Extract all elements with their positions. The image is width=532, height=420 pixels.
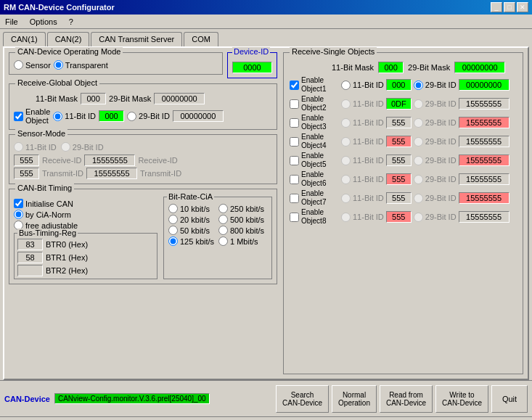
rate-10-radio[interactable]	[168, 204, 178, 213]
obj3-bit29-input[interactable]	[459, 117, 510, 128]
rate-50-radio[interactable]	[168, 226, 178, 235]
sensor-radio[interactable]	[14, 60, 23, 70]
sm-bit11-radio[interactable]	[14, 142, 23, 152]
obj6-bit11-input[interactable]	[386, 173, 412, 185]
obj8-bit11-input[interactable]	[386, 211, 412, 223]
rg-bit11-radio[interactable]	[53, 112, 62, 121]
obj7-bit11-input[interactable]	[386, 192, 412, 204]
obj7-bit29-input[interactable]	[459, 192, 510, 204]
device-id-input[interactable]: 0000	[232, 62, 272, 73]
obj8-bit29-input[interactable]	[459, 211, 510, 223]
init-can-checkbox-label[interactable]: Initialise CAN	[14, 199, 73, 208]
normal-op-btn[interactable]: NormalOperation	[332, 385, 377, 413]
tab-com[interactable]: COM	[184, 32, 218, 46]
btr2-input[interactable]	[17, 265, 43, 276]
rate-125-label[interactable]: 125 kbit/s	[168, 236, 217, 246]
obj2-bit11-input[interactable]	[386, 98, 412, 110]
obj4-bit11-input[interactable]	[386, 136, 412, 147]
rate-125-radio[interactable]	[168, 236, 178, 246]
sm-bit11-radio-label[interactable]: 11-Bit ID	[14, 142, 57, 152]
obj1-bit29-radio[interactable]	[414, 81, 423, 90]
rg-bit11-id-label: 11-Bit ID	[65, 112, 96, 120]
rate-1m-radio[interactable]	[218, 236, 228, 246]
btr0-input[interactable]	[17, 239, 43, 250]
rate-250-radio[interactable]	[218, 204, 228, 213]
rate-500-label[interactable]: 500 kbit/s	[218, 215, 267, 224]
rso-bit29-mask-input[interactable]	[454, 62, 505, 73]
cia-norm-radio[interactable]	[14, 210, 23, 219]
obj2-bit29-radio[interactable]	[414, 99, 423, 109]
rg-bit11-radio-label[interactable]: 11-Bit ID	[53, 112, 96, 121]
sensor-radio-label[interactable]: Sensor	[14, 60, 51, 70]
obj3-enable-checkbox[interactable]	[290, 118, 299, 128]
rg-bit11-id-input[interactable]	[99, 110, 124, 122]
menu-options[interactable]: Options	[28, 17, 60, 27]
tab-can-transmit[interactable]: CAN Transmit Server	[91, 32, 182, 46]
obj5-bit29-radio[interactable]	[414, 156, 423, 165]
tab-can1[interactable]: CAN(1)	[3, 32, 46, 46]
obj6-bit29-radio[interactable]	[414, 175, 423, 184]
obj2-bit11-radio[interactable]	[341, 99, 351, 109]
transparent-radio-label[interactable]: Transparent	[54, 60, 108, 70]
obj5-bit11-input[interactable]	[386, 155, 412, 166]
rate-50-label[interactable]: 50 kbit/s	[168, 226, 217, 235]
search-btn[interactable]: SearchCAN-Device	[276, 385, 329, 413]
obj8-enable-checkbox[interactable]	[290, 213, 299, 222]
obj7-bit29-radio[interactable]	[414, 194, 423, 203]
read-btn[interactable]: Read fromCAN-Device	[380, 385, 433, 413]
obj4-enable-checkbox[interactable]	[290, 137, 299, 147]
rate-20-radio[interactable]	[168, 215, 178, 224]
rg-bit29-radio-label[interactable]: 29-Bit ID	[127, 112, 170, 121]
rg-enable-checkbox[interactable]	[14, 112, 23, 121]
rg-bit11-mask-input[interactable]	[81, 93, 106, 104]
sm-bit29-radio[interactable]	[61, 142, 70, 152]
rate-500-radio[interactable]	[218, 215, 228, 224]
menu-file[interactable]: File	[3, 17, 20, 27]
obj6-enable-checkbox[interactable]	[290, 175, 299, 184]
obj7-enable-checkbox[interactable]	[290, 194, 299, 203]
obj1-enable-checkbox[interactable]	[290, 81, 299, 90]
minimize-btn[interactable]: _	[491, 2, 502, 12]
obj8-bit11-radio[interactable]	[341, 213, 351, 222]
init-can-checkbox[interactable]	[14, 199, 23, 208]
btr1-input[interactable]	[17, 252, 43, 263]
rg-bit29-radio[interactable]	[127, 112, 136, 121]
tab-can2[interactable]: CAN(2)	[47, 32, 90, 46]
rate-1m-label[interactable]: 1 Mbit/s	[218, 236, 267, 246]
obj3-bit29-radio[interactable]	[414, 118, 423, 128]
rate-800-label[interactable]: 800 kbit/s	[218, 226, 267, 235]
obj7-bit11-radio[interactable]	[341, 194, 351, 203]
menu-help[interactable]: ?	[67, 17, 75, 27]
rate-250-label[interactable]: 250 kbit/s	[218, 204, 267, 213]
obj3-bit11-input[interactable]	[386, 117, 412, 128]
rso-bit11-mask-input[interactable]	[378, 62, 404, 73]
obj6-bit11-radio[interactable]	[341, 175, 351, 184]
write-btn[interactable]: Write toCAN-Device	[435, 385, 488, 413]
rg-bit29-mask-input[interactable]	[154, 93, 205, 104]
rate-10-label[interactable]: 10 kbit/s	[168, 204, 217, 213]
obj2-bit29-input[interactable]	[459, 98, 510, 110]
obj2-enable-checkbox[interactable]	[290, 99, 299, 109]
obj1-bit29-input[interactable]	[459, 79, 510, 91]
obj4-bit29-input[interactable]	[459, 136, 510, 147]
rg-bit29-id-input[interactable]	[173, 110, 224, 122]
obj3-bit11-radio[interactable]	[341, 118, 351, 128]
obj1-bit11-radio[interactable]	[341, 81, 351, 90]
obj5-bit29-input[interactable]	[459, 155, 510, 166]
obj1-bit11-input[interactable]	[386, 79, 412, 91]
rate-20-label[interactable]: 20 kbit/s	[168, 215, 217, 224]
rate-800-radio[interactable]	[218, 226, 228, 235]
obj6-bit29-input[interactable]	[459, 173, 510, 185]
obj5-enable-checkbox[interactable]	[290, 156, 299, 165]
maximize-btn[interactable]: □	[504, 2, 515, 12]
sm-bit29-radio-label[interactable]: 29-Bit ID	[61, 142, 104, 152]
obj5-bit11-radio[interactable]	[341, 156, 351, 165]
obj8-bit29-radio[interactable]	[414, 213, 423, 222]
transparent-radio[interactable]	[54, 60, 63, 70]
obj4-bit29-radio[interactable]	[414, 137, 423, 147]
close-btn[interactable]: ✕	[517, 2, 528, 12]
quit-btn[interactable]: Quit	[491, 385, 528, 413]
obj4-bit11-radio[interactable]	[341, 137, 351, 147]
cia-norm-radio-label[interactable]: by CiA-Norm	[14, 210, 71, 219]
rg-enable-checkbox-label[interactable]: EnableObject	[14, 107, 50, 125]
